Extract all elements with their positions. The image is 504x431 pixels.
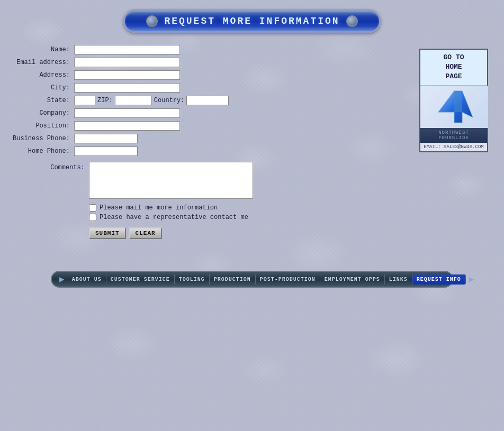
mail-checkbox[interactable] (89, 204, 96, 212)
nav-item-tooling[interactable]: TOOLING (175, 274, 210, 285)
zip-input[interactable] (115, 96, 152, 105)
main-area: Name: Email address: Address: (0, 38, 504, 244)
nav-item-employment[interactable]: EMPLOYMENT OPPS (320, 274, 385, 285)
zip-label: ZIP: (97, 97, 113, 104)
email-row: Email address: (11, 56, 231, 69)
comments-label: Comments: (11, 162, 85, 171)
nav-item-post-production[interactable]: POST-PRODUCTION (256, 274, 320, 285)
nav-container: ▶ ABOUT US CUSTOMER SERVICE TOOLING PROD… (51, 271, 453, 288)
comments-area: Comments: (11, 162, 409, 199)
logo-svg (433, 88, 475, 125)
position-label: Position: (11, 120, 72, 132)
business-phone-input[interactable] (74, 134, 138, 143)
state-row: State: ZIP: Country: (11, 94, 231, 107)
country-input[interactable] (186, 96, 229, 105)
mail-checkbox-label: Please mail me more information (100, 204, 218, 212)
name-row: Name: (11, 43, 231, 56)
sidebar: GO TOHOMEPAGE (419, 43, 493, 239)
svg-marker-1 (454, 91, 462, 112)
company-name: NORTHWEST FOURSLIDE (420, 128, 487, 143)
country-label: Country: (154, 97, 185, 104)
home-phone-cell (72, 145, 231, 158)
checkboxes-area: Please mail me more information Please h… (89, 204, 409, 221)
city-cell (72, 81, 231, 94)
email-line: EMAIL: SALES@NW4S.COM (420, 143, 487, 151)
address-label: Address: (11, 69, 72, 81)
position-row: Position: (11, 120, 231, 132)
nav-item-production[interactable]: PRODUCTION (210, 274, 256, 285)
header-rivet-left (146, 15, 158, 27)
home-phone-label: Home Phone: (11, 145, 72, 158)
position-cell (72, 120, 231, 132)
nav-wrapper: ▶ ABOUT US CUSTOMER SERVICE TOOLING PROD… (0, 271, 504, 288)
nav-item-customer-service[interactable]: CUSTOMER SERVICE (106, 274, 175, 285)
home-phone-row: Home Phone: (11, 145, 231, 158)
nav-arrow-left: ▶ (56, 274, 68, 285)
buttons-area: SUBMIT CLEAR (89, 227, 409, 239)
mail-checkbox-row: Please mail me more information (89, 204, 409, 212)
business-phone-row: Business Phone: (11, 132, 231, 145)
nav-item-request-info[interactable]: REQUEST INFO (412, 274, 466, 285)
address-row: Address: (11, 69, 231, 81)
company-input[interactable] (74, 108, 180, 118)
header-banner: REQUEST MORE INFORMATION (123, 10, 380, 33)
nav-item-links[interactable]: LINKS (385, 274, 412, 285)
form-section: Name: Email address: Address: (11, 43, 409, 239)
nav-item-about[interactable]: ABOUT US (68, 274, 106, 285)
company-cell (72, 107, 231, 120)
bottom-space (0, 288, 504, 431)
email-label: Email address: (11, 56, 72, 69)
state-cell: ZIP: Country: (72, 94, 231, 107)
state-input[interactable] (74, 96, 95, 105)
home-phone-input[interactable] (74, 146, 138, 156)
page-title: REQUEST MORE INFORMATION (164, 16, 339, 26)
home-page-text: GO TOHOMEPAGE (420, 50, 487, 86)
contact-checkbox-row: Please have a representative contact me (89, 214, 409, 221)
nav-arrow-right: ▶ (466, 274, 478, 285)
email-input[interactable] (74, 58, 180, 67)
business-phone-cell (72, 132, 231, 145)
address-input[interactable] (74, 70, 180, 80)
company-label: Company: (11, 107, 72, 120)
city-row: City: (11, 81, 231, 94)
submit-button[interactable]: SUBMIT (89, 227, 126, 239)
city-label: City: (11, 81, 72, 94)
city-input[interactable] (74, 83, 180, 93)
home-page-logo (420, 86, 488, 128)
form-table: Name: Email address: Address: (11, 43, 231, 158)
name-input[interactable] (74, 45, 180, 54)
page-header: REQUEST MORE INFORMATION (0, 0, 504, 38)
comments-textarea[interactable] (89, 162, 253, 199)
header-rivet-right (346, 15, 358, 27)
name-label: Name: (11, 43, 72, 56)
clear-button[interactable]: CLEAR (129, 227, 162, 239)
company-row: Company: (11, 107, 231, 120)
contact-checkbox-label: Please have a representative contact me (100, 214, 248, 221)
state-label: State: (11, 94, 72, 107)
home-page-box[interactable]: GO TOHOMEPAGE (419, 49, 488, 152)
address-cell (72, 69, 231, 81)
email-cell (72, 56, 231, 69)
contact-checkbox[interactable] (89, 214, 96, 221)
position-input[interactable] (74, 121, 180, 131)
business-phone-label: Business Phone: (11, 132, 72, 145)
name-cell (72, 43, 231, 56)
